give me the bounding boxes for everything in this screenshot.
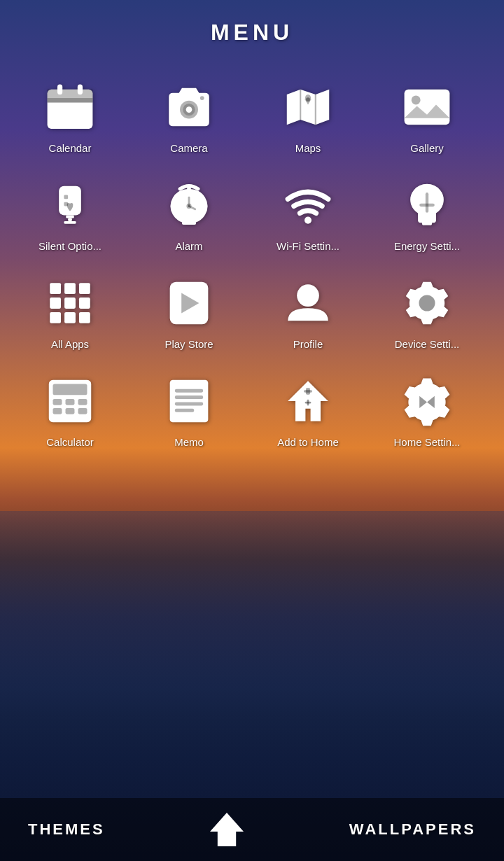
playstore-icon (161, 275, 217, 331)
homesettings-icon (399, 373, 455, 429)
silent-icon (42, 177, 98, 233)
profile-label: Profile (293, 338, 323, 351)
svg-rect-19 (405, 90, 450, 125)
svg-point-32 (304, 217, 312, 224)
alarm-label: Alarm (175, 240, 202, 253)
svg-rect-3 (57, 85, 62, 94)
maps-icon (280, 79, 336, 135)
allapps-icon (42, 275, 98, 331)
svg-rect-53 (78, 399, 88, 405)
memo-icon (161, 373, 217, 429)
svg-point-48 (419, 295, 435, 311)
svg-point-47 (297, 284, 319, 307)
svg-rect-8 (51, 116, 58, 121)
svg-rect-52 (66, 399, 75, 405)
app-item-device-settings[interactable]: Device Setti... (368, 262, 486, 360)
app-item-energy-settings[interactable]: Energy Setti... (368, 164, 486, 262)
devicesettings-icon (399, 275, 455, 331)
camera-label: Camera (170, 142, 207, 155)
svg-rect-65 (307, 400, 309, 406)
app-item-home-settings[interactable]: Home Settin... (368, 360, 486, 458)
gallery-label: Gallery (410, 142, 444, 155)
app-grid: Calendar Camera (0, 59, 504, 465)
svg-rect-26 (64, 221, 76, 224)
app-item-all-apps[interactable]: All Apps (10, 262, 130, 360)
bottom-bar: THEMES WALLPAPERS (0, 798, 504, 861)
svg-rect-37 (64, 283, 76, 294)
allapps-label: All Apps (51, 338, 89, 351)
svg-rect-57 (170, 380, 209, 422)
app-item-calendar[interactable]: Calendar (10, 66, 130, 164)
wifi-icon (280, 177, 336, 233)
svg-rect-24 (66, 215, 74, 218)
svg-marker-66 (210, 813, 244, 846)
wallpapers-button[interactable]: WALLPAPERS (349, 820, 476, 839)
svg-rect-61 (175, 409, 194, 412)
maps-label: Maps (295, 142, 321, 155)
svg-rect-56 (78, 408, 88, 414)
svg-rect-59 (175, 396, 203, 399)
alarm-icon (161, 177, 217, 233)
svg-rect-58 (175, 389, 203, 393)
profile-icon (280, 275, 336, 331)
devicesettings-label: Device Setti... (395, 338, 460, 351)
silent-label: Silent Optio... (38, 240, 102, 253)
svg-rect-41 (79, 298, 90, 309)
svg-rect-25 (68, 218, 72, 221)
page-title: MENU (211, 0, 293, 59)
svg-point-13 (186, 106, 192, 113)
svg-rect-27 (187, 187, 191, 193)
svg-rect-9 (66, 116, 74, 121)
svg-rect-31 (182, 221, 196, 225)
calculator-label: Calculator (46, 436, 94, 449)
app-item-camera[interactable]: Camera (130, 66, 248, 164)
svg-rect-44 (79, 312, 90, 323)
home-button[interactable] (206, 808, 248, 850)
energy-label: Energy Setti... (394, 240, 460, 253)
camera-icon (161, 79, 217, 135)
app-item-memo[interactable]: Memo (130, 360, 248, 458)
app-item-add-to-home[interactable]: Add to Home (248, 360, 368, 458)
svg-rect-10 (82, 116, 89, 121)
svg-point-20 (412, 95, 421, 104)
homesettings-label: Home Settin... (393, 436, 460, 449)
svg-rect-6 (66, 108, 74, 113)
svg-rect-22 (64, 195, 68, 200)
energy-icon (399, 177, 455, 233)
svg-rect-2 (48, 98, 93, 102)
svg-rect-5 (51, 108, 58, 113)
calculator-icon (42, 373, 98, 429)
svg-rect-54 (53, 408, 62, 414)
gallery-icon (399, 79, 455, 135)
app-item-gallery[interactable]: Gallery (368, 66, 486, 164)
svg-rect-50 (53, 384, 88, 396)
svg-rect-36 (50, 283, 61, 294)
svg-rect-7 (82, 108, 89, 113)
svg-rect-42 (50, 312, 61, 323)
svg-rect-60 (175, 402, 203, 405)
svg-rect-63 (306, 388, 310, 394)
wifi-label: Wi-Fi Settin... (276, 240, 340, 253)
app-item-maps[interactable]: Maps (248, 66, 368, 164)
app-item-alarm[interactable]: Alarm (130, 164, 248, 262)
app-item-play-store[interactable]: Play Store (130, 262, 248, 360)
svg-rect-43 (64, 312, 76, 323)
app-item-wifi-settings[interactable]: Wi-Fi Settin... (248, 164, 368, 262)
app-item-profile[interactable]: Profile (248, 262, 368, 360)
calendar-label: Calendar (49, 142, 92, 155)
app-item-silent-options[interactable]: Silent Optio... (10, 164, 130, 262)
svg-rect-51 (53, 399, 62, 405)
svg-rect-4 (78, 85, 83, 94)
memo-label: Memo (174, 436, 204, 449)
svg-rect-38 (79, 283, 90, 294)
svg-rect-33 (422, 221, 432, 225)
playstore-label: Play Store (164, 338, 213, 351)
themes-button[interactable]: THEMES (28, 820, 105, 839)
svg-point-18 (306, 97, 310, 102)
svg-rect-39 (50, 298, 61, 309)
svg-rect-55 (66, 408, 75, 414)
addtohome-icon (280, 373, 336, 429)
app-item-calculator[interactable]: Calculator (10, 360, 130, 458)
addtohome-label: Add to Home (277, 436, 339, 449)
svg-rect-40 (64, 298, 76, 309)
